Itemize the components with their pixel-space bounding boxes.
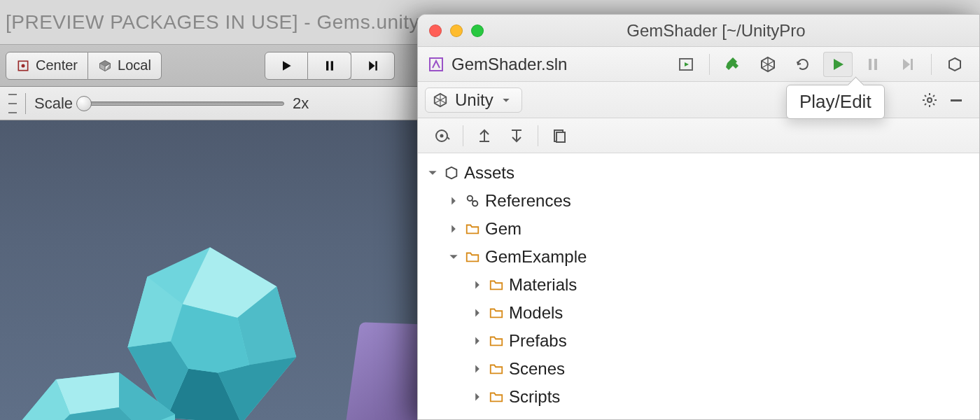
tree-folder-gem[interactable]: Gem — [422, 215, 974, 243]
locate-in-tree-button[interactable] — [428, 123, 456, 148]
rider-run-config-bar: Unity — [418, 82, 979, 118]
tooltip-text: Play/Edit — [799, 91, 872, 112]
chevron-right-icon[interactable] — [471, 308, 484, 318]
unity-logo-icon — [433, 92, 448, 108]
svg-rect-21 — [874, 59, 877, 70]
show-all-files-button[interactable] — [545, 123, 573, 148]
separator — [931, 54, 932, 75]
run-configuration-label: Unity — [455, 90, 493, 110]
solution-explorer-tree[interactable]: Assets References Gem GemExample Materia — [418, 153, 979, 419]
chevron-right-icon[interactable] — [471, 392, 484, 402]
folder-icon — [488, 305, 505, 321]
references-icon — [464, 193, 481, 209]
svg-point-26 — [440, 134, 444, 137]
window-minimize-button[interactable] — [450, 24, 463, 37]
tree-node-label: Models — [509, 303, 563, 323]
chevron-down-icon[interactable] — [447, 252, 460, 262]
tree-node-label: Prefabs — [509, 331, 567, 351]
unity-window-title: [PREVIEW PACKAGES IN USE] - Gems.unity -… — [6, 11, 465, 34]
tree-node-label: GemExample — [485, 247, 587, 267]
hide-panel-button[interactable] — [943, 87, 969, 113]
chevron-right-icon[interactable] — [471, 336, 484, 346]
chevron-down-icon[interactable] — [426, 168, 439, 178]
handle-local-button[interactable]: Local — [88, 52, 162, 80]
chevron-right-icon[interactable] — [447, 224, 460, 234]
run-configuration-selector[interactable]: Unity — [425, 88, 522, 113]
folder-icon — [488, 333, 505, 349]
separator — [25, 93, 26, 114]
panel-drag-handle-icon[interactable] — [8, 94, 17, 113]
svg-point-1 — [22, 64, 25, 67]
window-zoom-button[interactable] — [471, 24, 484, 37]
step-button[interactable] — [351, 52, 395, 80]
scale-slider[interactable] — [81, 102, 284, 106]
gem-cyan-small — [14, 351, 182, 420]
center-pivot-icon — [16, 59, 30, 73]
solution-explorer-toolbar — [418, 118, 979, 153]
tree-folder-gemexample[interactable]: GemExample — [422, 243, 974, 271]
step-unity-button[interactable] — [893, 52, 923, 77]
solution-selector[interactable]: GemShader.sln — [428, 55, 567, 74]
collapse-all-button[interactable] — [503, 123, 531, 148]
tree-folder-scripts[interactable]: Scripts — [422, 383, 974, 411]
chevron-right-icon[interactable] — [471, 280, 484, 290]
tree-node-label: Materials — [509, 275, 577, 295]
refresh-icon — [794, 56, 811, 73]
tree-folder-models[interactable]: Models — [422, 299, 974, 327]
pause-unity-button[interactable] — [858, 52, 888, 77]
scale-value: 2x — [293, 94, 309, 113]
tree-node-label: Gem — [485, 219, 522, 239]
svg-rect-28 — [512, 130, 522, 131]
svg-rect-3 — [330, 61, 332, 70]
svg-rect-24 — [951, 99, 962, 102]
play-icon — [279, 59, 293, 73]
chevron-right-icon[interactable] — [447, 196, 460, 206]
panel-settings-button[interactable] — [916, 87, 943, 113]
chevron-down-icon — [500, 94, 512, 106]
tree-node-label: Assets — [464, 163, 514, 183]
rider-title-bar[interactable]: GemShader [~/UnityPro — [418, 15, 979, 47]
window-close-button[interactable] — [429, 24, 442, 37]
tree-folder-scenes[interactable]: Scenes — [422, 355, 974, 383]
minimize-icon — [948, 92, 965, 108]
expand-all-button[interactable] — [470, 123, 498, 148]
collapse-all-icon — [508, 127, 525, 144]
pivot-center-button[interactable]: Center — [6, 52, 88, 80]
stop-button[interactable] — [940, 52, 969, 77]
refresh-button[interactable] — [788, 52, 818, 77]
tree-folder-materials[interactable]: Materials — [422, 271, 974, 299]
chevron-right-icon[interactable] — [471, 364, 484, 374]
tree-node-label: Scenes — [509, 359, 565, 379]
svg-point-23 — [927, 98, 932, 102]
svg-marker-15 — [119, 372, 175, 420]
pivot-center-label: Center — [36, 57, 78, 74]
folder-icon — [488, 389, 505, 405]
solution-icon — [428, 56, 444, 73]
svg-rect-27 — [479, 141, 489, 142]
unity-cube-icon — [946, 56, 963, 73]
svg-rect-30 — [556, 132, 565, 142]
pause-button[interactable] — [308, 52, 351, 80]
rider-main-toolbar: GemShader.sln — [418, 47, 979, 82]
folder-icon — [464, 249, 481, 265]
unity-logo-icon — [760, 56, 776, 73]
separator — [709, 54, 710, 75]
build-button[interactable] — [718, 52, 748, 77]
tree-folder-prefabs[interactable]: Prefabs — [422, 327, 974, 355]
tooltip-play-edit: Play/Edit — [786, 85, 885, 119]
expand-all-icon — [476, 127, 493, 144]
play-button[interactable] — [265, 52, 308, 80]
pause-icon — [864, 56, 881, 73]
play-green-icon — [830, 56, 846, 73]
target-play-icon — [678, 56, 694, 73]
attach-unity-button[interactable] — [753, 52, 783, 77]
play-edit-button[interactable] — [823, 52, 853, 77]
rider-window-title: GemShader [~/UnityPro — [492, 21, 968, 41]
tree-root-assets[interactable]: Assets — [422, 159, 974, 187]
scale-label: Scale — [34, 94, 73, 113]
tree-node-references[interactable]: References — [422, 187, 974, 215]
scale-slider-thumb[interactable] — [76, 96, 92, 111]
handle-local-label: Local — [118, 57, 151, 74]
folder-icon — [488, 277, 505, 293]
select-target-button[interactable] — [671, 52, 701, 77]
